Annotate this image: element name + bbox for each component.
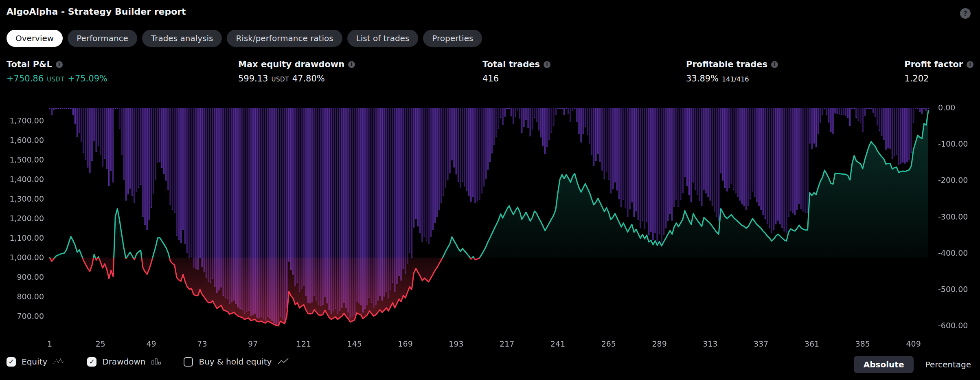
strategy-report-page: AlgoAlpha - Strategy Builder report ? Ov…: [0, 0, 980, 380]
right-axis-tick: -400.00: [938, 248, 968, 257]
unchecked-checkbox[interactable]: [184, 357, 193, 367]
x-axis-tick: 25: [96, 339, 105, 348]
x-axis-tick: 409: [906, 339, 921, 348]
left-axis-tick: 1,500.00: [0, 155, 44, 164]
x-axis-tick: 241: [550, 339, 565, 348]
percentage-button[interactable]: Percentage: [923, 356, 973, 373]
right-axis-tick: -300.00: [938, 212, 968, 221]
legend-label: Equity: [22, 357, 47, 367]
left-axis-tick: 900.00: [0, 272, 44, 281]
right-axis-tick: 0.00: [938, 103, 955, 112]
legend-label: Buy & hold equity: [199, 357, 272, 367]
x-axis-tick: 337: [754, 339, 768, 348]
right-axis-tick: -600.00: [938, 321, 968, 330]
checked-checkbox[interactable]: ✓: [87, 357, 96, 367]
x-axis-tick: 145: [347, 339, 362, 348]
x-axis-tick: 265: [601, 339, 616, 348]
right-axis-tick: -500.00: [938, 285, 968, 294]
left-axis-tick: 700.00: [0, 312, 44, 321]
left-axis-tick: 1,300.00: [0, 194, 44, 203]
x-axis-tick: 97: [248, 339, 258, 348]
legend-label: Drawdown: [102, 357, 145, 367]
chart-legend: ✓Equity✓DrawdownBuy & hold equity: [7, 357, 289, 367]
equity-drawdown-chart[interactable]: [0, 0, 980, 350]
x-axis-tick: 361: [805, 339, 819, 348]
checked-checkbox[interactable]: ✓: [7, 357, 16, 367]
x-axis-tick: 73: [197, 339, 207, 348]
left-axis-tick: 1,400.00: [0, 175, 44, 184]
left-axis-tick: 1,700.00: [0, 116, 44, 125]
absolute-button[interactable]: Absolute: [854, 356, 914, 373]
line-sparkline-icon: [277, 357, 289, 366]
legend-item-equity[interactable]: ✓Equity: [7, 357, 65, 367]
left-axis-tick: 1,600.00: [0, 136, 44, 145]
x-axis-tick: 385: [855, 339, 870, 348]
left-axis-tick: 1,200.00: [0, 214, 44, 223]
x-axis-tick: 121: [296, 339, 311, 348]
legend-item-drawdown[interactable]: ✓Drawdown: [87, 357, 162, 367]
x-axis-tick: 289: [652, 339, 666, 348]
right-axis-tick: -100.00: [938, 139, 968, 148]
x-axis-tick: 313: [703, 339, 717, 348]
value-mode-toggle: Absolute Percentage: [854, 356, 973, 373]
left-axis-tick: 1,100.00: [0, 233, 44, 242]
left-axis-tick: 800.00: [0, 292, 44, 301]
x-axis-tick: 1: [47, 339, 52, 348]
x-axis-tick: 193: [449, 339, 463, 348]
legend-item-buy-hold-equity[interactable]: Buy & hold equity: [184, 357, 289, 367]
x-axis-tick: 217: [500, 339, 514, 348]
left-axis-tick: 1,000.00: [0, 253, 44, 262]
area-sparkline-icon: [53, 357, 65, 366]
x-axis-tick: 169: [398, 339, 412, 348]
x-axis-tick: 49: [147, 339, 156, 348]
histogram-icon: [151, 357, 162, 366]
right-axis-tick: -200.00: [938, 176, 968, 185]
